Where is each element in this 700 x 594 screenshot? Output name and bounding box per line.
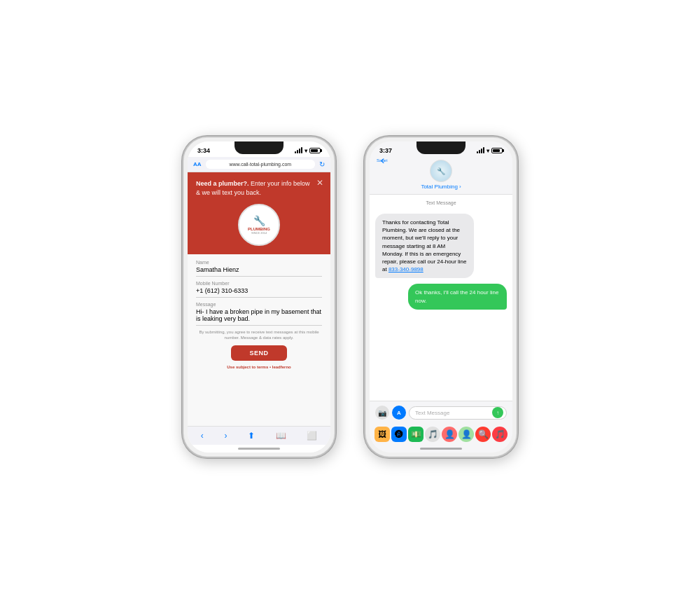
contact-name[interactable]: Total Plumbing bbox=[421, 184, 457, 190]
name-field[interactable]: Name Samatha Hienz bbox=[196, 260, 322, 277]
logo-area: 🔧 PLUMBING SINCE 2014 bbox=[188, 204, 330, 254]
logo-circle: 🔧 PLUMBING SINCE 2014 bbox=[238, 204, 280, 246]
message-input-area: 📷 A Text Message ↑ bbox=[370, 401, 512, 424]
message-field[interactable]: Message Hi- I have a broken pipe in my b… bbox=[196, 302, 322, 326]
signal-icon-1 bbox=[295, 148, 302, 153]
outgoing-message-text: Ok thanks, I'll call the 24 hour line no… bbox=[415, 289, 498, 303]
browser-bar: AA www.call-total-plumbing.com ↻ bbox=[188, 157, 330, 172]
status-icons-2: ▾ bbox=[477, 148, 503, 154]
phone-2: 3:37 ▾ ‹ Safari bbox=[364, 136, 518, 458]
aa-label[interactable]: AA bbox=[193, 161, 202, 167]
home-indicator-2 bbox=[370, 445, 512, 453]
time-1: 3:34 bbox=[197, 147, 210, 154]
mobile-value: +1 (612) 310-6333 bbox=[196, 287, 322, 294]
disclaimer-text: By submitting, you agree to receive text… bbox=[196, 330, 322, 341]
search-app-icon[interactable]: 🔍 bbox=[475, 427, 491, 442]
mobile-field[interactable]: Mobile Number +1 (612) 310-6333 bbox=[196, 281, 322, 298]
notch-1 bbox=[234, 141, 284, 154]
banner-text: Need a plumber?. Enter your info below &… bbox=[196, 179, 322, 197]
battery-icon-1 bbox=[309, 148, 321, 153]
phone-link[interactable]: 833-340-9898 bbox=[388, 266, 424, 272]
refresh-icon[interactable]: ↻ bbox=[319, 160, 325, 168]
contact-chevron-icon[interactable]: › bbox=[459, 184, 461, 190]
notch-2 bbox=[416, 141, 465, 154]
mobile-label: Mobile Number bbox=[196, 281, 322, 286]
spotify-app-icon[interactable]: 🎵 bbox=[492, 427, 507, 442]
message-label: Message bbox=[196, 302, 322, 307]
status-icons-1: ▾ bbox=[295, 148, 321, 154]
plumbing-avatar: 🔧 bbox=[430, 160, 451, 181]
contact-avatar: 🔧 bbox=[430, 160, 452, 182]
name-value: Samatha Hienz bbox=[196, 266, 322, 273]
messages-area: Text Message Thanks for contacting Total… bbox=[370, 195, 512, 401]
wifi-icon-1: ▾ bbox=[304, 148, 307, 154]
camera-button[interactable]: 📷 bbox=[375, 406, 389, 420]
message-input-placeholder[interactable]: Text Message bbox=[415, 410, 449, 416]
bookmarks-nav-icon[interactable]: 📖 bbox=[276, 431, 286, 441]
message-value: Hi- I have a broken pipe in my basement … bbox=[196, 308, 322, 322]
send-button[interactable]: SEND bbox=[231, 345, 287, 361]
logo-text: PLUMBING SINCE 2014 bbox=[248, 227, 270, 235]
outgoing-message-bubble: Ok thanks, I'll call the 24 hour line no… bbox=[408, 284, 507, 309]
messages-header: ‹ Safari 🔧 Total Plumbing › bbox=[370, 157, 512, 195]
battery-icon-2 bbox=[491, 148, 503, 153]
app-icons-row: 🖼 🅐 💵 🎵 👤 👤 🔍 🎵 bbox=[370, 424, 512, 445]
share-nav-icon[interactable]: ⬆ bbox=[248, 431, 255, 441]
music-app-icon[interactable]: 🎵 bbox=[425, 427, 440, 442]
browser-nav: ‹ › ⬆ 📖 ⬜ bbox=[188, 426, 330, 445]
form-area: Name Samatha Hienz Mobile Number +1 (612… bbox=[188, 254, 330, 426]
incoming-message-text: Thanks for contacting Total Plumbing. We… bbox=[382, 219, 467, 272]
signal-icon-2 bbox=[477, 148, 484, 153]
wifi-icon-2: ▾ bbox=[486, 148, 489, 154]
close-icon[interactable]: ✕ bbox=[316, 178, 323, 188]
url-bar[interactable]: www.call-total-plumbing.com bbox=[206, 160, 315, 169]
time-2: 3:37 bbox=[379, 147, 392, 154]
send-message-button[interactable]: ↑ bbox=[492, 407, 503, 418]
tabs-nav-icon[interactable]: ⬜ bbox=[307, 431, 317, 441]
app-store-button[interactable]: A bbox=[392, 406, 406, 420]
cash-app-icon[interactable]: 💵 bbox=[408, 427, 424, 442]
red-banner: ✕ Need a plumber?. Enter your info below… bbox=[188, 172, 330, 204]
home-indicator-1 bbox=[188, 445, 330, 453]
forward-nav-icon[interactable]: › bbox=[224, 431, 227, 441]
photos-app-icon[interactable]: 🖼 bbox=[374, 427, 390, 442]
name-label: Name bbox=[196, 260, 322, 265]
incoming-message-bubble: Thanks for contacting Total Plumbing. We… bbox=[375, 214, 474, 278]
message-input-container[interactable]: Text Message ↑ bbox=[409, 406, 507, 420]
avatar2-app-icon[interactable]: 👤 bbox=[458, 427, 474, 442]
footer-text: Use subject to terms • leadferno bbox=[196, 365, 322, 369]
avatar1-app-icon[interactable]: 👤 bbox=[442, 427, 457, 442]
plumbing-icon: 🔧 bbox=[253, 215, 265, 226]
appstore-app-icon[interactable]: 🅐 bbox=[391, 427, 407, 442]
text-message-label: Text Message bbox=[375, 200, 507, 205]
back-nav-icon[interactable]: ‹ bbox=[201, 431, 204, 441]
phone-1: 3:34 ▾ AA www.call-total-plumbing.com ↻ bbox=[182, 136, 336, 458]
